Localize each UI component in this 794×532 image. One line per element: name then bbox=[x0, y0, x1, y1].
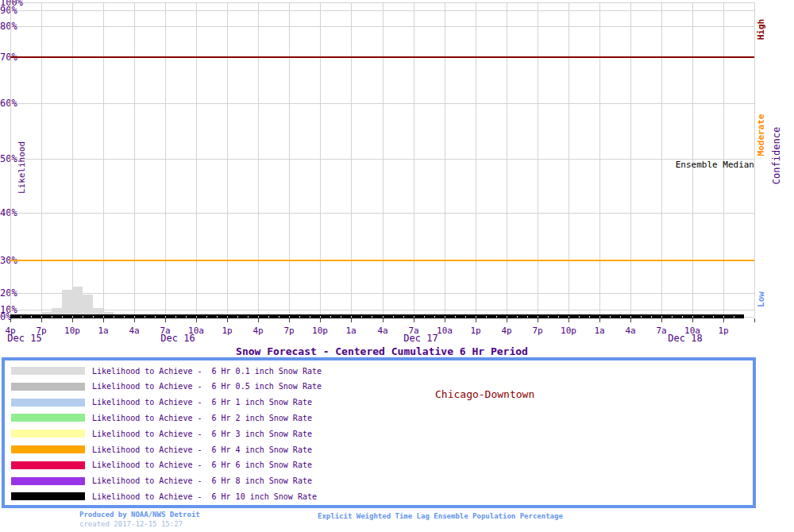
gridline-v-9 bbox=[289, 2, 290, 317]
x-tick-label-2: 10p bbox=[55, 326, 90, 335]
hour-tick-dot bbox=[424, 316, 425, 318]
hour-tick-dot bbox=[383, 316, 384, 318]
legend-swatch-8 bbox=[11, 492, 85, 500]
x-tick-label-15: 1p bbox=[458, 326, 493, 335]
hour-tick-dot bbox=[145, 316, 145, 318]
hour-tick-dot bbox=[734, 316, 734, 318]
x-tick-label-11: 1a bbox=[333, 326, 368, 335]
hour-tick-dot bbox=[299, 316, 300, 318]
gridline-v-13 bbox=[414, 2, 414, 317]
y-tick-label-10: 10% bbox=[0, 306, 17, 314]
hour-tick-dot bbox=[62, 316, 63, 318]
x-tick-label-20: 4a bbox=[613, 326, 648, 335]
x-tick-22 bbox=[692, 318, 693, 322]
hour-tick-dot bbox=[103, 316, 104, 318]
x-tick-label-18: 10p bbox=[551, 326, 586, 335]
legend-row-0: Likelihood to Achieve - 6 Hr 0.1 inch Sn… bbox=[5, 363, 481, 379]
gridline-v-24 bbox=[754, 2, 755, 317]
hour-tick-dot bbox=[393, 316, 394, 318]
hour-tick-dot bbox=[548, 316, 549, 318]
y-axis-label: Likelihood bbox=[17, 141, 27, 194]
x-tick-label-16: 4p bbox=[489, 326, 524, 335]
hour-tick-dot bbox=[237, 316, 238, 318]
y-tick-label-60: 60% bbox=[0, 99, 17, 108]
legend-swatch-6 bbox=[11, 461, 85, 469]
hour-tick-dot bbox=[434, 316, 435, 318]
hour-tick-dot bbox=[186, 316, 187, 318]
gridline-v-14 bbox=[445, 2, 445, 317]
gridline-v-0 bbox=[10, 2, 11, 317]
gridline-v-11 bbox=[351, 2, 352, 317]
legend-label-3: Likelihood to Achieve - 6 Hr 2 inch Snow… bbox=[92, 414, 312, 422]
hour-tick-dot bbox=[258, 316, 259, 318]
footer-method-description: Explicit Weighted Time Lag Ensemble Popu… bbox=[318, 512, 563, 520]
hour-tick-dot bbox=[372, 316, 372, 318]
hour-tick-dot bbox=[517, 316, 518, 318]
gridline-v-8 bbox=[258, 2, 259, 317]
x-tick-9 bbox=[289, 318, 290, 322]
x-tick-label-12: 4a bbox=[365, 326, 400, 335]
footer-created-timestamp: created 2017-12-15 15:27 bbox=[79, 520, 183, 528]
hour-tick-dot bbox=[403, 316, 404, 318]
hour-tick-dot bbox=[661, 316, 662, 318]
hour-tick-dot bbox=[703, 316, 703, 318]
x-tick-0 bbox=[10, 318, 11, 322]
hour-tick-dot bbox=[558, 316, 559, 318]
hour-tick-dot bbox=[83, 316, 83, 318]
gridline-v-17 bbox=[538, 2, 538, 317]
hour-tick-dot bbox=[165, 316, 166, 318]
zero-baseline-bar bbox=[10, 314, 744, 318]
hour-tick-dot bbox=[248, 316, 249, 318]
legend-label-2: Likelihood to Achieve - 6 Hr 1 inch Snow… bbox=[92, 398, 312, 407]
legend-row-6: Likelihood to Achieve - 6 Hr 6 inch Snow… bbox=[5, 457, 481, 473]
legend-swatch-2 bbox=[11, 399, 85, 407]
hour-tick-dot bbox=[682, 316, 683, 318]
hour-tick-dot bbox=[589, 316, 590, 318]
legend-label-0: Likelihood to Achieve - 6 Hr 0.1 inch Sn… bbox=[92, 367, 322, 376]
confidence-label-low: Low bbox=[756, 291, 766, 307]
bar-0p1in-10p bbox=[72, 287, 83, 318]
gridline-v-2 bbox=[72, 2, 73, 317]
y-tick-label-80: 80% bbox=[0, 22, 17, 31]
hour-tick-dot bbox=[465, 316, 466, 318]
reference-line-30 bbox=[10, 260, 754, 261]
legend-label-1: Likelihood to Achieve - 6 Hr 0.5 inch Sn… bbox=[92, 382, 322, 391]
hour-tick-dot bbox=[361, 316, 362, 318]
x-tick-label-8: 4p bbox=[241, 326, 276, 335]
snow-forecast-chart-page: 0%10%20%30%40%50%60%70%80%90%100%4p7p10p… bbox=[0, 0, 794, 532]
legend-row-1: Likelihood to Achieve - 6 Hr 0.5 inch Sn… bbox=[5, 379, 481, 395]
hour-tick-dot bbox=[620, 316, 621, 318]
location-label: Chicago-Downtown bbox=[435, 388, 534, 400]
x-tick-label-17: 7p bbox=[520, 326, 555, 335]
hour-tick-dot bbox=[320, 316, 321, 318]
legend-label-8: Likelihood to Achieve - 6 Hr 10 inch Sno… bbox=[92, 492, 317, 501]
y-tick-label-20: 20% bbox=[0, 289, 17, 298]
x-tick-13 bbox=[414, 318, 414, 322]
hour-tick-dot bbox=[21, 316, 21, 318]
hour-tick-dot bbox=[227, 316, 228, 318]
legend-swatch-7 bbox=[11, 477, 85, 485]
hour-tick-dot bbox=[175, 316, 176, 318]
hour-tick-dot bbox=[538, 316, 538, 318]
x-tick-label-4: 4a bbox=[117, 326, 152, 335]
legend-row-7: Likelihood to Achieve - 6 Hr 8 inch Snow… bbox=[5, 473, 481, 489]
hour-tick-dot bbox=[330, 316, 331, 318]
gridline-v-18 bbox=[569, 2, 569, 317]
ensemble-median-annotation: Ensemble Median bbox=[676, 160, 754, 170]
hour-tick-dot bbox=[641, 316, 642, 318]
hour-tick-dot bbox=[414, 316, 414, 318]
legend-box: Likelihood to Achieve - 6 Hr 0.1 inch Sn… bbox=[2, 357, 756, 508]
x-tick-6 bbox=[196, 318, 197, 322]
gridline-v-12 bbox=[383, 2, 384, 317]
hour-tick-dot bbox=[155, 316, 156, 318]
hour-tick-dot bbox=[610, 316, 611, 318]
x-tick-15 bbox=[476, 318, 476, 322]
gridline-v-6 bbox=[196, 2, 197, 317]
hour-tick-dot bbox=[268, 316, 269, 318]
gridline-v-20 bbox=[630, 2, 631, 317]
footer-produced-by: Produced by NOAA/NWS Detroit bbox=[79, 511, 200, 519]
hour-tick-dot bbox=[507, 316, 507, 318]
x-tick-7 bbox=[227, 318, 228, 322]
x-tick-11 bbox=[351, 318, 352, 322]
hour-tick-dot bbox=[217, 316, 218, 318]
